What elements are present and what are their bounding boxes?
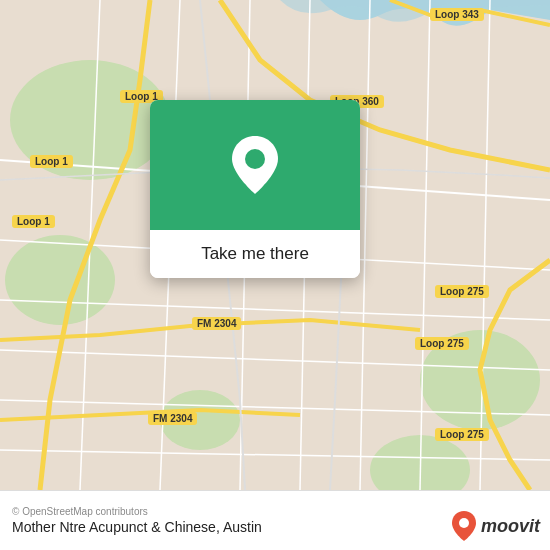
road-label-fm2304-left: FM 2304 [192, 317, 241, 330]
popup-header [150, 100, 360, 230]
bottom-bar: © OpenStreetMap contributors Mother Ntre… [0, 490, 550, 550]
moovit-logo: moovit [451, 510, 540, 542]
road-label-loop343: Loop 343 [430, 8, 484, 21]
map-container: Loop 343 Loop 360 Loop 1 Loop 1 Loop 1 L… [0, 0, 550, 490]
road-label-loop1-bot: Loop 1 [12, 215, 55, 228]
take-me-there-button[interactable]: Take me there [150, 230, 360, 278]
svg-point-20 [459, 518, 469, 528]
moovit-pin-icon [451, 510, 477, 542]
road-label-loop1-mid: Loop 1 [30, 155, 73, 168]
svg-point-2 [5, 235, 115, 325]
moovit-brand-text: moovit [481, 516, 540, 537]
road-label-loop275-top: Loop 275 [435, 285, 489, 298]
road-label-fm2304-bot: FM 2304 [148, 412, 197, 425]
svg-point-19 [245, 149, 265, 169]
location-pin-icon [229, 134, 281, 196]
popup-card: Take me there [150, 100, 360, 278]
road-label-loop275-bot: Loop 275 [435, 428, 489, 441]
road-label-loop275-mid: Loop 275 [415, 337, 469, 350]
